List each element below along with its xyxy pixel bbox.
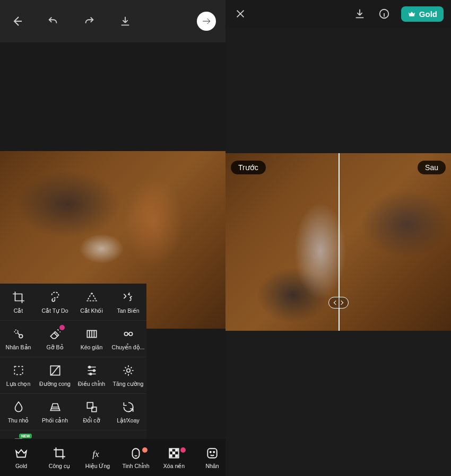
download-button[interactable]: [352, 6, 367, 21]
perspective-icon: [48, 400, 62, 414]
bottom-label: Hiệu Ứng: [85, 463, 110, 469]
bottom-retouch[interactable]: Tinh Chỉnh: [118, 446, 154, 469]
left-editor-pane: Cắt Cắt Tự Do Cắt Khối Tan Biến Nh: [0, 0, 226, 476]
tool-clone[interactable]: Nhân Bản: [0, 320, 37, 357]
tool-label: Thu nhỏ: [8, 417, 29, 424]
tool-blur[interactable]: Thu nhỏ: [0, 393, 37, 430]
info-icon: [378, 8, 390, 20]
tool-shape-crop[interactable]: Cắt Khối: [73, 284, 110, 320]
rotate-icon: [122, 400, 135, 414]
triangle-icon: [85, 290, 99, 304]
svg-text:fx: fx: [92, 448, 99, 459]
redo-icon: [83, 15, 95, 27]
comparison-slider-handle[interactable]: [328, 297, 349, 308]
svg-rect-19: [172, 451, 175, 454]
bottom-bar: Gold Công cụ fx Hiệu Ứng Tinh Chỉnh Xóa …: [0, 439, 226, 476]
tool-adjust[interactable]: Điều chỉnh: [73, 357, 110, 393]
before-label: Trước: [231, 161, 266, 174]
compare-image[interactable]: Trước Sau: [226, 153, 451, 331]
after-label: Sau: [418, 161, 446, 174]
tool-free-crop[interactable]: Cắt Tự Do: [37, 284, 73, 320]
bottom-label: Tinh Chỉnh: [122, 463, 149, 469]
tool-label: Chuyển độ...: [112, 344, 145, 350]
redo-button[interactable]: [82, 14, 97, 29]
fx-icon: fx: [91, 446, 105, 460]
bottom-tools[interactable]: Công cụ: [41, 446, 77, 469]
tool-label: Điều chỉnh: [78, 381, 105, 387]
tool-dispersion[interactable]: Tan Biến: [110, 284, 146, 320]
tool-curves[interactable]: Đường cong: [37, 357, 73, 393]
badge-icon: [180, 447, 186, 453]
gold-label: Gold: [419, 10, 437, 19]
selection-icon: [12, 364, 25, 377]
svg-rect-5: [14, 366, 22, 374]
crown-icon: [407, 10, 416, 18]
download-icon: [119, 15, 131, 27]
nav-group: [10, 14, 133, 29]
tool-motion[interactable]: Chuyển độ...: [110, 320, 146, 357]
tool-crop[interactable]: Cắt: [0, 284, 37, 320]
download-button[interactable]: [118, 14, 133, 29]
tool-label: Phối cảnh: [42, 417, 68, 424]
right-preview-pane: Gold Trước Sau: [226, 0, 451, 476]
left-topbar: [0, 0, 226, 42]
tool-enhance[interactable]: Tăng cường: [110, 357, 146, 393]
close-icon: [235, 8, 246, 20]
undo-icon: [47, 15, 59, 27]
sliders-icon: [85, 364, 99, 377]
crop-icon: [12, 290, 25, 304]
back-button[interactable]: [10, 14, 24, 29]
topbar-right-group: Gold: [352, 6, 444, 22]
info-button[interactable]: [377, 6, 392, 21]
tool-label: Cắt: [14, 307, 23, 314]
tool-perspective[interactable]: Phối cảnh: [37, 393, 73, 430]
lasso-icon: [48, 290, 62, 304]
svg-point-24: [213, 451, 214, 452]
forward-button[interactable]: [197, 12, 216, 31]
tool-label: Kéo giãn: [81, 344, 102, 350]
undo-button[interactable]: [46, 14, 60, 29]
tool-label: Tăng cường: [113, 381, 144, 387]
close-button[interactable]: [233, 6, 248, 21]
svg-point-10: [126, 369, 130, 373]
svg-rect-22: [207, 448, 216, 457]
bottom-label: Xóa nền: [163, 463, 185, 469]
tool-label: Đổi cỡ: [83, 417, 100, 424]
bottom-label: Gold: [15, 463, 27, 469]
tool-resize[interactable]: Đổi cỡ: [73, 393, 110, 430]
droplet-icon: [12, 400, 25, 414]
download-icon: [354, 8, 366, 20]
bottom-effects[interactable]: fx Hiệu Ứng: [80, 446, 116, 469]
resize-icon: [85, 400, 99, 414]
svg-point-4: [129, 332, 133, 336]
tool-flip-rotate[interactable]: Lật/Xoay: [110, 393, 146, 430]
bottom-label: Nhãn: [205, 463, 219, 469]
bottom-sticker[interactable]: Nhãn: [194, 446, 230, 469]
new-badge: NEW: [19, 434, 32, 438]
tool-label: Cắt Tự Do: [42, 307, 68, 314]
motion-icon: [122, 327, 135, 341]
left-canvas: Cắt Cắt Tự Do Cắt Khối Tan Biến Nh: [0, 42, 226, 476]
tool-label: Đường cong: [39, 381, 71, 387]
arrow-right-icon: [201, 16, 212, 27]
tool-selection[interactable]: Lựa chọn: [0, 357, 37, 393]
curves-icon: [48, 364, 62, 377]
clone-icon: [12, 327, 25, 341]
gold-button[interactable]: Gold: [401, 6, 444, 22]
enhance-icon: [122, 364, 135, 377]
tool-label: Gỡ Bỏ: [46, 344, 63, 350]
arrow-left-icon: [11, 15, 23, 28]
svg-point-3: [124, 332, 128, 336]
tool-label: Cắt Khối: [80, 307, 103, 314]
svg-rect-21: [175, 454, 178, 457]
svg-rect-17: [169, 448, 172, 451]
bottom-gold[interactable]: Gold: [3, 446, 39, 469]
tool-stretch[interactable]: Kéo giãn: [73, 320, 110, 357]
svg-rect-18: [175, 448, 178, 451]
bottom-remove-bg[interactable]: Xóa nền: [156, 446, 192, 469]
dispersion-icon: [122, 290, 135, 304]
face-icon: [129, 446, 143, 460]
bottom-label: Công cụ: [49, 463, 70, 469]
tool-remove[interactable]: Gỡ Bỏ: [37, 320, 73, 357]
tool-label: Lật/Xoay: [117, 417, 140, 424]
